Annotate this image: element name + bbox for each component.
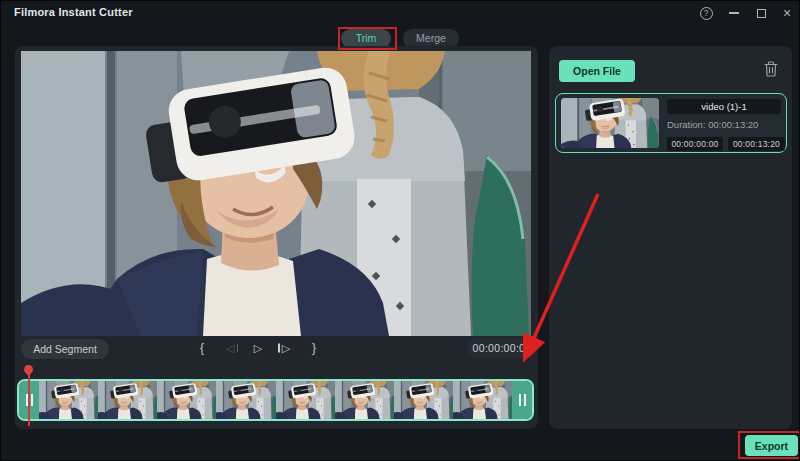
filmstrip-frame [276, 381, 335, 419]
add-segment-button[interactable]: Add Segment [21, 339, 109, 359]
filmstrip-frame [98, 381, 157, 419]
mark-in-icon[interactable]: { [195, 339, 209, 357]
filmstrip-frame [394, 381, 453, 419]
video-preview[interactable] [21, 51, 531, 336]
clip-duration-label: Duration: 00:00:13:20 [667, 119, 758, 130]
clip-thumbnail-image [561, 98, 659, 148]
minimize-button[interactable] [725, 1, 743, 25]
playhead-line[interactable] [28, 374, 30, 426]
maximize-button[interactable] [752, 1, 770, 25]
clip-name-field[interactable]: video (1)-1 [667, 99, 781, 114]
clip-end-time-field[interactable]: 00:00:13:20 [728, 137, 785, 151]
clip-thumbnail[interactable] [561, 98, 659, 148]
filmstrip[interactable] [39, 381, 512, 419]
export-button[interactable]: Export [745, 435, 798, 456]
clip-start-time-field[interactable]: 00:00:00:00 [667, 137, 723, 151]
filmstrip-frame [39, 381, 98, 419]
play-icon[interactable]: ▷ [251, 339, 265, 357]
next-frame-icon[interactable]: ▷ [279, 339, 293, 357]
filmstrip-frame [335, 381, 394, 419]
maximize-icon [757, 9, 766, 18]
open-file-button[interactable]: Open File [559, 60, 635, 82]
filmstrip-frame [453, 381, 512, 419]
minimize-icon [729, 12, 739, 14]
help-icon: ? [700, 7, 713, 20]
close-button[interactable]: × [778, 1, 796, 25]
filmstrip-frame [216, 381, 275, 419]
mark-out-icon[interactable]: } [307, 339, 321, 357]
transport-controls: { ◁ ▷ ▷ } [195, 337, 321, 359]
window-title: Filmora Instant Cutter [14, 6, 133, 18]
filmstrip-frame [157, 381, 216, 419]
trash-icon [764, 61, 778, 77]
trim-timeline[interactable] [17, 379, 534, 421]
filmora-instant-cutter-window: Filmora Instant Cutter ? × Trim Merge Ad… [0, 0, 800, 461]
help-button[interactable]: ? [697, 1, 715, 25]
pause-bars-icon [519, 394, 521, 406]
trim-handle-right[interactable] [512, 381, 532, 419]
previous-frame-icon[interactable]: ◁ [223, 339, 237, 357]
current-timecode: 00:00:00:00 [467, 338, 537, 358]
delete-button[interactable] [761, 59, 781, 79]
video-frame-image [21, 51, 531, 336]
